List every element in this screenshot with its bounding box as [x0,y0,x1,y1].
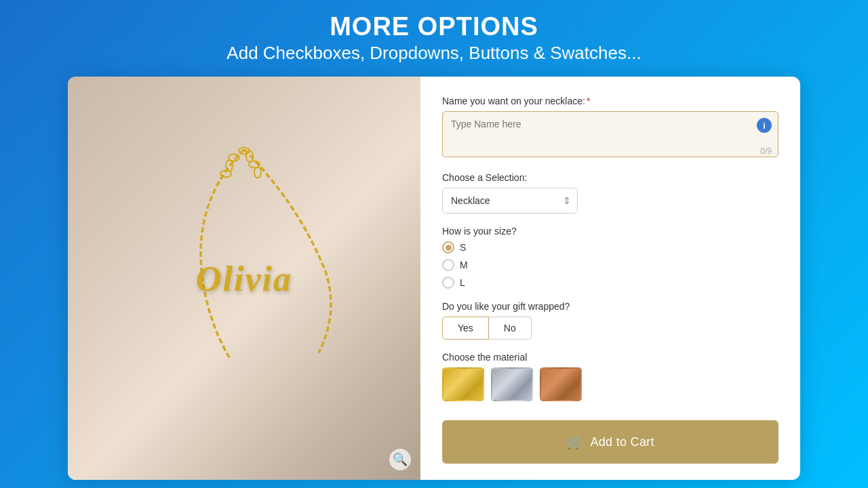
name-input[interactable] [442,111,778,157]
material-field-group: Choose the material [442,352,778,401]
size-l-label: L [460,277,465,288]
chain-illustration [68,77,420,480]
form-panel: Name you want on your necklace:* i 0/9 C… [420,77,800,480]
selection-label: Choose a Selection: [442,172,778,183]
size-option-s[interactable]: S [442,241,778,253]
cart-icon: 🛒 [566,434,583,450]
product-image-container: Olivia 🔍 [68,77,420,480]
material-label: Choose the material [442,352,778,363]
radio-s-circle [442,241,454,253]
size-option-l[interactable]: L [442,277,778,289]
name-label: Name you want on your necklace:* [442,96,778,106]
name-field-group: Name you want on your necklace:* i 0/9 [442,96,778,160]
size-m-label: M [460,260,468,270]
add-to-cart-label: Add to Cart [590,435,654,449]
gift-wrap-label: Do you like your gift wrapped? [442,301,778,312]
page-subtitle: Add Checkboxes, Dropdowns, Buttons & Swa… [226,42,641,65]
size-field-group: How is your size? S M L [442,226,778,289]
radio-l-circle [442,277,454,289]
product-card: Olivia 🔍 Name you want on your necklace:… [68,77,800,480]
selection-dropdown[interactable]: Necklace Bracelet Ring Anklet [442,188,578,214]
size-option-m[interactable]: M [442,259,778,271]
selection-field-group: Choose a Selection: Necklace Bracelet Ri… [442,172,778,214]
page-header: MORE OPTIONS Add Checkboxes, Dropdowns, … [226,12,641,64]
gift-wrap-yes-button[interactable]: Yes [442,317,489,340]
gift-wrap-button-group: Yes No [442,317,778,340]
svg-point-3 [254,167,261,178]
swatch-silver[interactable] [491,367,533,401]
swatch-gold[interactable] [442,367,484,401]
char-counter: 0/9 [760,146,772,156]
name-required: * [587,96,590,106]
selection-dropdown-wrapper: Necklace Bracelet Ring Anklet ⇕ [442,188,578,214]
size-s-label: S [460,242,466,253]
size-label: How is your size? [442,226,778,237]
swatch-rose-gold[interactable] [540,367,582,401]
radio-m-circle [442,259,454,271]
gift-wrap-no-button[interactable]: No [489,317,532,340]
name-input-wrapper: i 0/9 [442,111,778,160]
gift-wrap-field-group: Do you like your gift wrapped? Yes No [442,301,778,340]
product-image-inner: Olivia [68,77,420,480]
add-to-cart-button[interactable]: 🛒 Add to Cart [442,420,778,464]
material-swatch-group [442,367,778,401]
size-radio-group: S M L [442,241,778,289]
svg-point-5 [226,161,233,171]
page-title: MORE OPTIONS [226,12,641,42]
